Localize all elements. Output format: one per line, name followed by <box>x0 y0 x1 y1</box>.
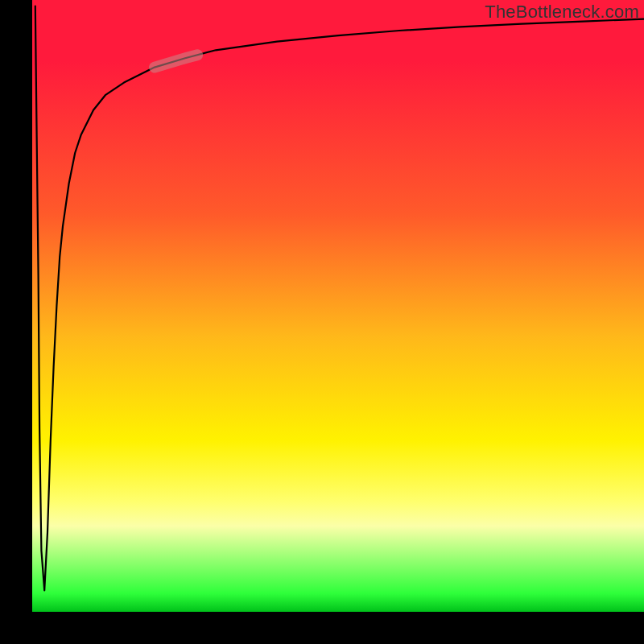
bottleneck-curve <box>32 0 644 612</box>
chart-frame: TheBottleneck.com <box>0 0 644 644</box>
watermark-text: TheBottleneck.com <box>485 2 639 23</box>
chart-plot-area: TheBottleneck.com <box>32 0 644 612</box>
